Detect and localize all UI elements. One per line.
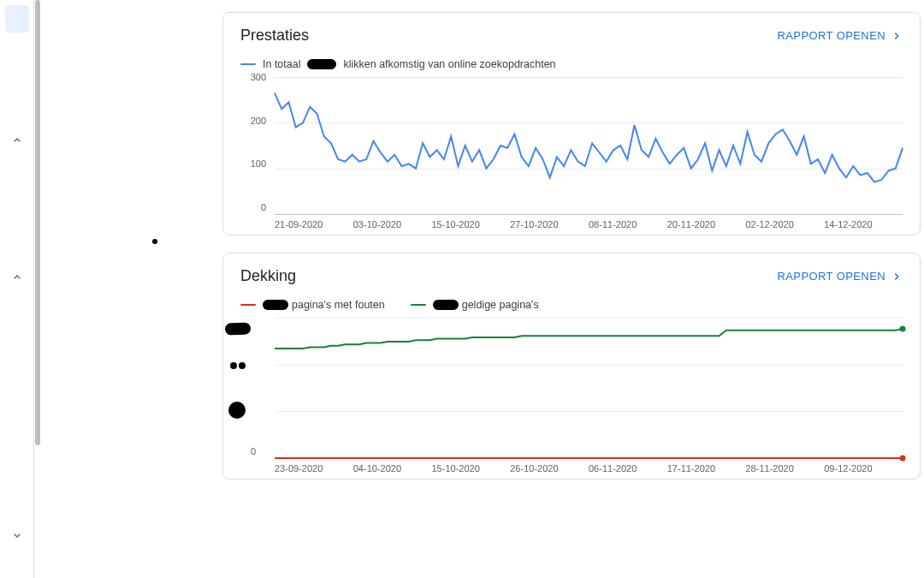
chevron-right-icon [891,30,903,42]
plot-area [275,77,903,214]
card-title: Dekking [240,267,296,285]
y-tick: 200 [251,116,266,126]
chevron-up-icon[interactable] [9,132,26,149]
card-dekking: Dekking RAPPORT OPENEN pagina's met fout… [222,253,921,480]
y-tick: 0 [251,446,256,456]
legend-swatch-icon [411,304,426,307]
x-tick: 21-09-2020 [275,219,353,229]
redacted-value [433,300,459,310]
left-gutter [41,0,222,578]
line-series [275,318,903,458]
open-report-link[interactable]: RAPPORT OPENEN [778,270,903,283]
chart-prestaties: 300 200 100 0 21-09-202003-10-202015-10-… [223,77,920,229]
x-tick: 08-11-2020 [589,219,667,229]
card-title: Prestaties [240,27,309,45]
legend-item-valid: geldige pagina's [411,299,539,311]
chevron-down-icon[interactable] [9,527,26,544]
chevron-up-icon[interactable] [9,269,26,286]
x-tick: 09-12-2020 [824,463,903,474]
redacted-ytick [225,322,251,335]
x-tick: 02-12-2020 [746,219,825,229]
plot-area [275,318,903,458]
x-tick: 26-10-2020 [510,463,589,474]
legend-label-suffix: klikken afkomstig van online zoekopdrach… [343,58,555,70]
x-tick: 14-12-2020 [824,219,903,229]
y-axis-redacted: 0 [232,318,261,451]
x-axis: 23-09-202004-10-202015-10-202026-10-2020… [275,463,903,474]
legend: In totaal klikken afkomstig van online z… [223,53,920,77]
y-axis: 300 200 100 0 [242,77,271,207]
open-report-label: RAPPORT OPENEN [778,270,886,283]
redacted-ytick [225,362,251,369]
legend-swatch-icon [240,63,256,66]
x-tick: 28-11-2020 [746,463,825,474]
legend: pagina's met fouten geldige pagina's [223,294,920,318]
x-tick: 17-11-2020 [667,463,746,474]
legend-swatch-icon [240,304,256,307]
redacted-value [263,300,288,310]
main-content: Prestaties RAPPORT OPENEN In totaal klik… [222,0,924,578]
open-report-label: RAPPORT OPENEN [778,29,886,42]
sidebar-item-active[interactable] [5,5,29,33]
line-series [275,77,903,214]
scrollbar-thumb[interactable] [35,0,40,445]
legend-label: pagina's met fouten [292,299,385,311]
open-report-link[interactable]: RAPPORT OPENEN [778,29,903,42]
legend-item-errors: pagina's met fouten [240,299,385,311]
x-axis: 21-09-202003-10-202015-10-202027-10-2020… [275,219,903,229]
redacted-ytick [228,402,246,419]
sidebar-rail [0,0,34,578]
stray-dot [152,239,157,244]
x-tick: 04-10-2020 [353,463,432,474]
card-prestaties: Prestaties RAPPORT OPENEN In totaal klik… [222,12,921,235]
x-tick: 20-11-2020 [667,219,746,229]
scrollbar[interactable] [34,0,41,578]
chevron-right-icon [891,271,903,283]
y-tick: 300 [251,72,266,82]
x-tick: 23-09-2020 [275,463,353,474]
legend-item-clicks: In totaal klikken afkomstig van online z… [240,58,556,70]
redacted-value [307,59,336,69]
x-tick: 27-10-2020 [510,219,589,229]
y-tick: 100 [251,158,266,169]
x-tick: 15-10-2020 [432,463,511,474]
sidebar-item[interactable] [5,38,29,50]
svg-point-1 [900,326,906,332]
x-tick: 06-11-2020 [589,463,667,474]
svg-point-0 [900,456,906,462]
x-tick: 15-10-2020 [432,219,511,229]
chart-dekking: 0 23-09-202004-10-202015-10-202026-10-20… [223,318,920,474]
legend-label-prefix: In totaal [263,58,300,70]
x-tick: 03-10-2020 [353,219,432,229]
legend-label: geldige pagina's [462,299,539,311]
y-tick: 0 [261,202,266,212]
